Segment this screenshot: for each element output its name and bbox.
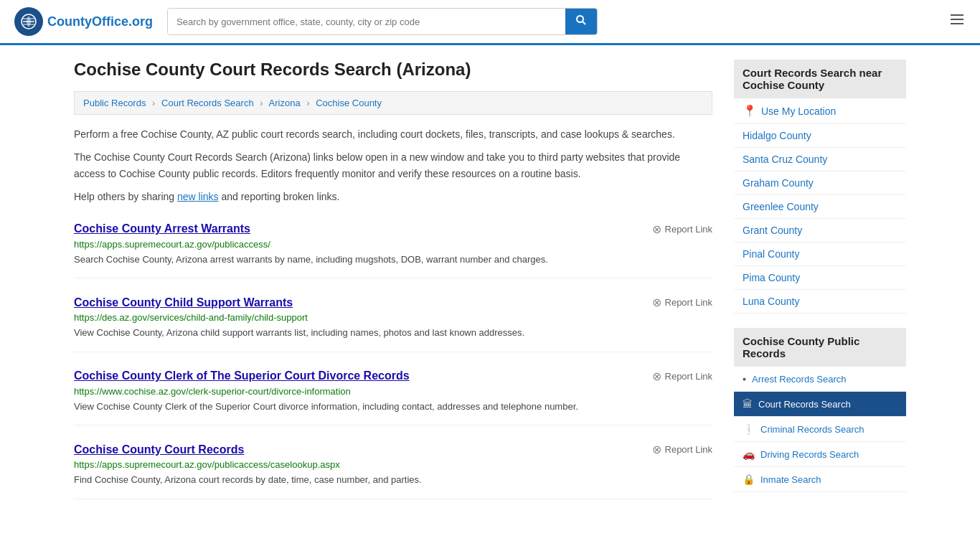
nearby-section-title: Court Records Search near Cochise County xyxy=(734,60,906,98)
result-header-3: Cochise County Court Records ⊗ Report Li… xyxy=(74,443,712,456)
pub-record-item-2[interactable]: ❕ Criminal Records Search xyxy=(734,417,906,442)
svg-rect-7 xyxy=(951,19,963,20)
svg-rect-6 xyxy=(951,14,963,16)
report-icon-2: ⊗ xyxy=(652,369,661,383)
svg-line-5 xyxy=(583,22,585,24)
results-container: Cochise County Arrest Warrants ⊗ Report … xyxy=(74,222,712,499)
nearby-county-link-7[interactable]: Luna County xyxy=(743,296,799,307)
report-link-1[interactable]: ⊗ Report Link xyxy=(652,296,712,309)
result-title-2[interactable]: Cochise County Clerk of The Superior Cou… xyxy=(74,369,410,382)
search-button[interactable] xyxy=(565,9,597,34)
nearby-county-link-5[interactable]: Pinal County xyxy=(743,248,799,260)
report-icon-1: ⊗ xyxy=(652,296,661,309)
rec-icon-1: 🏛 xyxy=(743,398,753,410)
rec-icon-4: 🔒 xyxy=(743,474,755,485)
pub-record-item-3[interactable]: 🚗 Driving Records Search xyxy=(734,442,906,467)
result-header-0: Cochise County Arrest Warrants ⊗ Report … xyxy=(74,222,712,236)
rec-icon-0: ▪ xyxy=(743,373,746,385)
pub-record-item-0[interactable]: ▪ Arrest Records Search xyxy=(734,367,906,392)
report-link-2[interactable]: ⊗ Report Link xyxy=(652,369,712,383)
pub-record-link-0[interactable]: Arrest Records Search xyxy=(752,374,847,385)
result-desc-0: Search Cochise County, Arizona arrest wa… xyxy=(74,253,712,267)
pub-record-link-2[interactable]: Criminal Records Search xyxy=(760,424,864,435)
svg-rect-8 xyxy=(951,23,963,24)
result-title-3[interactable]: Cochise County Court Records xyxy=(74,443,244,456)
pub-record-link-4[interactable]: Inmate Search xyxy=(760,474,821,485)
pub-record-item-1[interactable]: 🏛 Court Records Search xyxy=(734,392,906,417)
pub-record-link-1[interactable]: Court Records Search xyxy=(758,399,851,410)
public-records-section: Cochise County Public Records ▪ Arrest R… xyxy=(734,328,906,492)
menu-icon[interactable] xyxy=(948,11,966,32)
logo-icon xyxy=(14,7,43,36)
main-container: Cochise County Court Records Search (Ari… xyxy=(60,45,920,521)
result-url-0[interactable]: https://apps.supremecourt.az.gov/publica… xyxy=(74,239,712,250)
result-url-3[interactable]: https://apps.supremecourt.az.gov/publica… xyxy=(74,459,712,470)
nearby-county-item: Greenlee County xyxy=(734,195,906,219)
result-item: Cochise County Clerk of The Superior Cou… xyxy=(74,369,712,426)
nearby-county-item: Hidalgo County xyxy=(734,124,906,148)
pub-record-item-4[interactable]: 🔒 Inmate Search xyxy=(734,467,906,492)
description-2: The Cochise County Court Records Search … xyxy=(74,149,712,182)
sidebar: Court Records Search near Cochise County… xyxy=(734,60,906,507)
result-url-2[interactable]: https://www.cochise.az.gov/clerk-superio… xyxy=(74,386,712,397)
description-1: Perform a free Cochise County, AZ public… xyxy=(74,126,712,142)
result-item: Cochise County Arrest Warrants ⊗ Report … xyxy=(74,222,712,279)
public-records-list: ▪ Arrest Records Search🏛 Court Records S… xyxy=(734,367,906,492)
report-link-0[interactable]: ⊗ Report Link xyxy=(652,222,712,236)
result-item: Cochise County Child Support Warrants ⊗ … xyxy=(74,296,712,352)
search-bar xyxy=(167,8,598,35)
location-icon: 📍 xyxy=(743,104,757,118)
breadcrumb: Public Records › Court Records Search › … xyxy=(74,91,712,115)
breadcrumb-court-records-search[interactable]: Court Records Search xyxy=(161,98,254,108)
report-link-3[interactable]: ⊗ Report Link xyxy=(652,443,712,456)
result-title-0[interactable]: Cochise County Arrest Warrants xyxy=(74,222,250,235)
nearby-county-item: Luna County xyxy=(734,290,906,314)
result-header-2: Cochise County Clerk of The Superior Cou… xyxy=(74,369,712,383)
pub-record-link-3[interactable]: Driving Records Search xyxy=(760,449,859,460)
breadcrumb-arizona[interactable]: Arizona xyxy=(269,98,301,108)
result-desc-1: View Cochise County, Arizona child suppo… xyxy=(74,326,712,340)
logo-text: CountyOffice.org xyxy=(47,14,153,29)
content-area: Cochise County Court Records Search (Ari… xyxy=(74,60,712,507)
nearby-county-link-2[interactable]: Graham County xyxy=(743,177,814,189)
nearby-county-link-3[interactable]: Greenlee County xyxy=(743,201,819,212)
result-title-1[interactable]: Cochise County Child Support Warrants xyxy=(74,296,293,309)
report-icon-0: ⊗ xyxy=(652,222,661,236)
nearby-county-item: Graham County xyxy=(734,171,906,195)
new-links-link[interactable]: new links xyxy=(177,191,219,202)
result-desc-3: Find Cochise County, Arizona court recor… xyxy=(74,473,712,487)
nearby-county-link-1[interactable]: Santa Cruz County xyxy=(743,154,827,165)
nearby-county-item: Pinal County xyxy=(734,242,906,266)
nearby-county-item: Pima County xyxy=(734,266,906,290)
report-icon-3: ⊗ xyxy=(652,443,661,456)
result-desc-2: View Cochise County Clerk of the Superio… xyxy=(74,400,712,414)
nearby-county-link-0[interactable]: Hidalgo County xyxy=(743,130,811,141)
result-url-1[interactable]: https://des.az.gov/services/child-and-fa… xyxy=(74,312,712,323)
result-item: Cochise County Court Records ⊗ Report Li… xyxy=(74,443,712,499)
nearby-county-list: Hidalgo CountySanta Cruz CountyGraham Co… xyxy=(734,124,906,314)
rec-icon-3: 🚗 xyxy=(743,448,755,460)
site-header: CountyOffice.org xyxy=(0,0,980,45)
nearby-county-item: Santa Cruz County xyxy=(734,148,906,171)
breadcrumb-public-records[interactable]: Public Records xyxy=(83,98,146,108)
nearby-county-link-6[interactable]: Pima County xyxy=(743,272,800,283)
result-header-1: Cochise County Child Support Warrants ⊗ … xyxy=(74,296,712,309)
nearby-county-item: Grant County xyxy=(734,219,906,242)
nearby-county-link-4[interactable]: Grant County xyxy=(743,225,802,236)
rec-icon-2: ❕ xyxy=(743,423,755,435)
page-title: Cochise County Court Records Search (Ari… xyxy=(74,60,712,80)
breadcrumb-cochise[interactable]: Cochise County xyxy=(316,98,382,108)
svg-point-4 xyxy=(577,16,583,22)
description-3: Help others by sharing new links and rep… xyxy=(74,189,712,204)
use-location-row: 📍 Use My Location xyxy=(734,98,906,124)
logo-link[interactable]: CountyOffice.org xyxy=(14,7,153,36)
use-my-location-link[interactable]: Use My Location xyxy=(761,105,836,117)
public-records-title: Cochise County Public Records xyxy=(734,328,906,367)
nearby-section: Court Records Search near Cochise County… xyxy=(734,60,906,314)
search-input[interactable] xyxy=(168,9,565,34)
